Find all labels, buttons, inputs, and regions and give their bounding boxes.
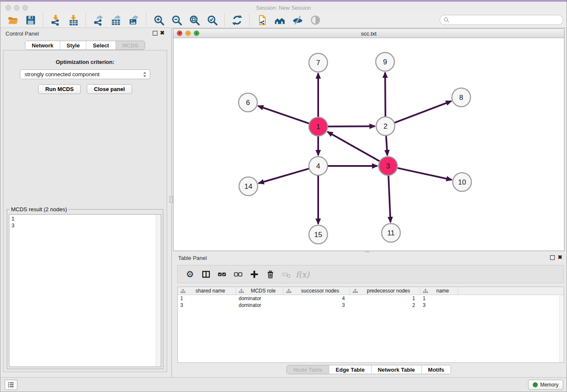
import-network-icon[interactable]	[48, 13, 63, 27]
search-input[interactable]	[451, 17, 559, 23]
zoom-in-icon[interactable]	[151, 13, 166, 27]
task-history-button[interactable]	[5, 380, 17, 390]
list-icon	[7, 381, 15, 389]
zoom-out-icon[interactable]	[169, 13, 184, 27]
home-icon[interactable]	[272, 13, 287, 27]
delete-row-icon[interactable]	[263, 267, 278, 282]
table-cell[interactable]: 4	[284, 295, 350, 302]
node-15[interactable]: 15	[309, 225, 328, 244]
node-label: 8	[459, 94, 463, 102]
tab-style[interactable]: Style	[60, 41, 86, 50]
edge-2-9[interactable]	[385, 72, 385, 116]
node-1[interactable]: 1	[309, 117, 328, 136]
split-columns-icon[interactable]	[198, 267, 214, 282]
close-panel-icon[interactable]: ✖	[558, 254, 562, 261]
search-box[interactable]	[440, 15, 563, 25]
node-4[interactable]: 4	[309, 157, 328, 175]
node-6[interactable]: 6	[239, 93, 257, 112]
deselect-all-icon[interactable]	[231, 267, 246, 282]
table-row[interactable]: 3dominator323	[178, 302, 564, 309]
column-header-name[interactable]: name	[420, 287, 458, 295]
eye-slash-icon[interactable]	[290, 13, 305, 27]
tab-edge-table[interactable]: Edge Table	[329, 365, 371, 374]
gear-icon[interactable]: ⚙	[182, 267, 198, 282]
zoom-selected-icon[interactable]	[204, 13, 220, 27]
scrollbar[interactable]	[559, 295, 564, 362]
zoom-fit-icon[interactable]	[187, 13, 202, 27]
node-8[interactable]: 8	[452, 88, 471, 107]
eye-disabled-icon[interactable]	[308, 13, 323, 27]
table-cell[interactable]: 3	[178, 302, 236, 309]
node-3[interactable]: 3	[379, 157, 397, 175]
edge-2-3[interactable]	[386, 136, 387, 155]
scrollbar[interactable]	[156, 215, 161, 367]
mcds-result-textarea[interactable]: 1 3	[9, 214, 161, 367]
clone-network-icon[interactable]	[254, 13, 270, 27]
edge-1-2[interactable]	[328, 126, 375, 127]
splitter-handle[interactable]	[169, 196, 173, 203]
export-image-icon[interactable]	[126, 13, 141, 27]
memory-label: Memory	[540, 382, 559, 388]
tab-motifs[interactable]: Motifs	[422, 365, 451, 374]
tab-network[interactable]: Network	[25, 41, 60, 50]
run-mcds-button[interactable]: Run MCDS	[38, 84, 81, 94]
tab-network-table[interactable]: Network Table	[372, 365, 422, 374]
edge-3-1[interactable]	[328, 132, 380, 161]
tab-node-table[interactable]: Node Table	[287, 365, 329, 374]
network-window-titlebar[interactable]: × − + scc.txt	[173, 29, 564, 38]
column-header-MCDS-role[interactable]: MCDS role	[236, 287, 284, 295]
node-9[interactable]: 9	[376, 52, 394, 71]
node-11[interactable]: 11	[382, 224, 400, 242]
table-cell[interactable]: 3	[420, 302, 458, 309]
network-view-title: scc.txt	[173, 30, 564, 37]
toolbar-separator	[43, 14, 43, 26]
network-canvas[interactable]: 7968124314101511	[173, 38, 564, 251]
column-label: successor nodes	[292, 288, 348, 294]
node-10[interactable]: 10	[453, 173, 471, 191]
edge-3-10[interactable]	[397, 168, 451, 180]
edge-3-11[interactable]	[388, 176, 391, 222]
add-row-icon[interactable]	[247, 267, 262, 282]
refresh-layout-icon[interactable]	[229, 13, 245, 27]
export-network-icon[interactable]	[91, 13, 106, 27]
column-header-successor-nodes[interactable]: successor nodes	[284, 287, 350, 295]
criterion-dropdown[interactable]: strongly connected component	[20, 69, 150, 79]
float-panel-icon[interactable]	[550, 255, 555, 260]
export-table-icon[interactable]	[108, 13, 124, 27]
close-panel-button[interactable]: Close panel	[87, 84, 132, 94]
memory-status-icon	[533, 382, 538, 387]
table-row[interactable]: 1dominator411	[178, 295, 564, 302]
select-all-icon[interactable]	[215, 267, 230, 282]
table-tab-group: Node TableEdge TableNetwork TableMotifs	[286, 365, 451, 374]
table-cell[interactable]: 3	[284, 302, 350, 309]
edge-1-6[interactable]	[258, 106, 309, 123]
open-session-icon[interactable]	[5, 13, 20, 27]
import-table-icon[interactable]	[66, 13, 81, 27]
node-2[interactable]: 2	[376, 117, 395, 135]
column-header-shared-name[interactable]: shared name	[178, 287, 236, 295]
float-panel-icon[interactable]	[153, 31, 157, 36]
control-panel: Control Panel ✖ NetworkStyleSelectMCDS O…	[0, 28, 170, 378]
table-cell[interactable]: 1	[350, 295, 420, 302]
table-header-row: shared nameMCDS rolesuccessor nodesprede…	[178, 287, 564, 295]
close-panel-icon[interactable]: ✖	[160, 30, 165, 36]
table-cell[interactable]: dominator	[236, 302, 284, 309]
network-graph[interactable]: 7968124314101511	[173, 38, 564, 251]
node-7[interactable]: 7	[309, 53, 328, 72]
node-14[interactable]: 14	[239, 177, 258, 196]
table-cell[interactable]: 2	[350, 302, 420, 309]
window-title: Session: New Session	[0, 5, 567, 11]
column-header-predecessor-nodes[interactable]: predecessor nodes	[350, 287, 420, 295]
tab-mcds[interactable]: MCDS	[116, 41, 145, 50]
table-toolbar: ⚙f(x)	[177, 265, 564, 283]
table-cell[interactable]: 1	[420, 295, 458, 302]
dropdown-stepper-icon	[143, 71, 147, 78]
table-cell[interactable]: 1	[178, 295, 236, 302]
table-cell[interactable]: dominator	[236, 295, 284, 302]
memory-button[interactable]: Memory	[528, 380, 563, 390]
edge-4-14[interactable]	[259, 168, 309, 183]
table-panel: Table Panel ✖ ⚙f(x) shared nameMCDS role…	[173, 252, 564, 376]
tab-select[interactable]: Select	[86, 41, 116, 50]
save-session-icon[interactable]	[23, 13, 38, 27]
edge-2-8[interactable]	[395, 101, 451, 123]
